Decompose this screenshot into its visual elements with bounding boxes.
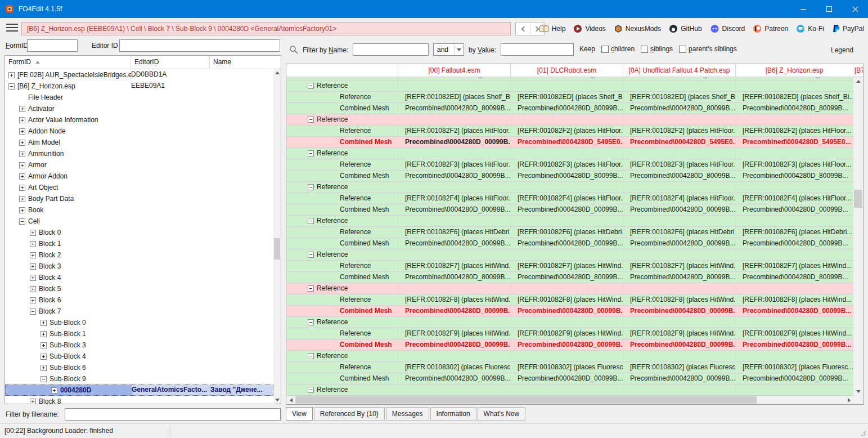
grid-row-parent[interactable]: Reference: [286, 351, 853, 362]
grid-row-parent[interactable]: Reference: [286, 182, 853, 193]
keep-children-checkbox[interactable]: children: [601, 45, 635, 53]
tree-row[interactable]: Addon Node: [5, 126, 273, 137]
collapse-icon[interactable]: [308, 117, 314, 123]
grid-row-parent[interactable]: Reference: [286, 81, 853, 92]
tree-row[interactable]: Block 6: [5, 294, 273, 306]
grid-cell[interactable]: [REFR:001082F7] (places HitWind...: [736, 261, 853, 271]
grid-cell[interactable]: Precombined\0004280D_00099B...: [511, 306, 623, 316]
filter-operator-select[interactable]: and: [433, 43, 464, 56]
grid-cell[interactable]: [398, 81, 511, 91]
grid-cell[interactable]: Precombined\0004280D_5495E0...: [511, 137, 623, 148]
formid-input[interactable]: [27, 39, 78, 52]
grid-cell[interactable]: [511, 351, 623, 361]
collapse-icon[interactable]: [308, 353, 314, 359]
tree-row[interactable]: Art Object: [5, 182, 273, 193]
tree-row[interactable]: Sub-Block 6: [5, 362, 273, 373]
grid-cell[interactable]: Precombined\0004280D_00099B...: [398, 339, 511, 350]
expand-icon[interactable]: [19, 106, 25, 112]
grid-row-mesh[interactable]: Combined MeshPrecombined\0004280D_00099B…: [286, 238, 853, 249]
grid-cell[interactable]: Precombined\0004280D_00099B...: [511, 238, 623, 249]
minimize-button[interactable]: [790, 0, 816, 18]
tree-row[interactable]: Block 7: [5, 306, 273, 317]
tree-row[interactable]: Ammunition: [5, 148, 273, 159]
grid-row-reference[interactable]: Reference[REFR:001082F8] (places HitWind…: [286, 294, 853, 306]
grid-row-parent[interactable]: Reference: [286, 385, 853, 396]
expand-icon[interactable]: [41, 342, 47, 348]
grid-cell[interactable]: [REFR:001082F4] (places HitFloor...: [623, 193, 736, 204]
grid-cell[interactable]: [623, 385, 736, 395]
grid-cell[interactable]: [398, 182, 511, 193]
expand-icon[interactable]: [19, 185, 25, 191]
grid-cell[interactable]: [REFR:001082F3] (places HitFloor...: [736, 159, 853, 170]
grid-cell[interactable]: [736, 249, 853, 260]
grid-cell[interactable]: [398, 283, 511, 294]
grid-row-reference[interactable]: Reference[REFR:001082F3] (places HitFloo…: [286, 159, 853, 171]
grid-cell[interactable]: [736, 351, 853, 361]
grid-cell[interactable]: Precombined\0004280D_00099B...: [398, 137, 511, 148]
grid-cell[interactable]: [REFR:001082F3] (places HitFloor...: [398, 159, 511, 170]
grid-cell[interactable]: [REFR:001082F7] (places HitWind...: [623, 261, 736, 271]
grid-cell[interactable]: [REFR:001082F4] (places HitFloor...: [511, 193, 623, 204]
expand-icon[interactable]: [19, 117, 25, 123]
expand-icon[interactable]: [30, 275, 36, 281]
tree-row[interactable]: Block 2: [5, 249, 273, 261]
grid-cell[interactable]: [REFR:001082F8] (places HitWind...: [398, 294, 511, 305]
expand-icon[interactable]: [19, 207, 25, 213]
grid-row-reference[interactable]: Reference[REFR:001082F4] (places HitFloo…: [286, 193, 853, 204]
collapse-icon[interactable]: [308, 252, 314, 258]
grid-cell[interactable]: [REFR:001082F8] (places HitWind...: [736, 294, 853, 305]
tree-row[interactable]: [FE 02B] AUR_SpectacleIsleBridges.espDD0…: [5, 69, 273, 81]
tree-row[interactable]: Aim Model: [5, 137, 273, 148]
grid-cell[interactable]: [REFR:001082F2] (places HitFloor...: [736, 126, 853, 136]
grid-cell[interactable]: Precombined\0004280D_00099B...: [398, 204, 511, 215]
tree-row[interactable]: Sub-Block 3: [5, 339, 273, 351]
grid-row-reference[interactable]: Reference[REFR:001082F9] (places HitWind…: [286, 328, 853, 339]
grid-cell[interactable]: [736, 114, 853, 125]
tree-row[interactable]: Block 3: [5, 261, 273, 272]
nexusmods-link[interactable]: NexusMods: [614, 24, 661, 33]
collapse-icon[interactable]: [308, 184, 314, 190]
grid-row-parent[interactable]: Reference: [286, 114, 853, 126]
grid-cell[interactable]: [REFR:001082F2] (places HitFloor...: [511, 126, 623, 136]
grid-cell[interactable]: [736, 317, 853, 328]
collapse-icon[interactable]: [308, 319, 314, 325]
keep-parents-siblings-checkbox[interactable]: parent's siblings: [679, 45, 737, 53]
grid-cell[interactable]: [REFR:001082F9] (places HitWind...: [623, 328, 736, 339]
scrollbar-thumb[interactable]: [274, 238, 280, 260]
expand-icon[interactable]: [30, 230, 36, 236]
grid-cell[interactable]: [398, 385, 511, 395]
grid-cell[interactable]: [736, 182, 853, 193]
maximize-button[interactable]: [816, 0, 842, 18]
expand-icon[interactable]: [41, 354, 47, 360]
grid-cell[interactable]: [623, 148, 736, 159]
grid-cell[interactable]: [623, 114, 736, 125]
expand-icon[interactable]: [8, 72, 15, 78]
collapse-icon[interactable]: [308, 83, 314, 89]
expand-icon[interactable]: [30, 241, 36, 247]
grid-cell[interactable]: Precombined\0004280D_80099B...: [511, 171, 623, 181]
grid-row-mesh[interactable]: Combined MeshPrecombined\0004280D_00099B…: [286, 373, 853, 385]
tree-row[interactable]: Block 0: [5, 227, 273, 238]
grid-row-reference[interactable]: Reference[REFR:001082F7] (places HitWind…: [286, 261, 853, 272]
tree-row[interactable]: Sub-Block 9: [5, 373, 273, 385]
grid-cell[interactable]: Precombined\0004280D_00099B...: [511, 204, 623, 215]
grid-cell[interactable]: [REFR:00108302] (places Fluoresc...: [736, 362, 853, 373]
tree-row[interactable]: Block 5: [5, 283, 273, 294]
grid-cell[interactable]: [511, 114, 623, 125]
grid-cell[interactable]: [511, 148, 623, 159]
tree-row[interactable]: Sub-Block 0: [5, 317, 273, 328]
collapse-icon[interactable]: [308, 285, 314, 292]
tree-row[interactable]: Activator: [5, 103, 273, 114]
grid-cell[interactable]: Precombined\0004280D_80099B...: [511, 103, 623, 114]
expand-icon[interactable]: [41, 365, 47, 371]
grid-cell[interactable]: [623, 216, 736, 226]
expand-icon[interactable]: [41, 320, 47, 326]
grid-cell[interactable]: [REFR:001082ED] (places Shelf_Bi...: [511, 92, 623, 102]
scroll-up-button[interactable]: [853, 77, 863, 86]
grid-cell[interactable]: [736, 148, 853, 159]
tree-row[interactable]: Sub-Block 1: [5, 328, 273, 339]
grid-cell[interactable]: Precombined\0004280D_00099B...: [623, 306, 736, 316]
breadcrumb[interactable]: [B6] Z_Horizon.esp (EEBE09A1) \ Cell \ B…: [21, 22, 511, 35]
expand-icon[interactable]: [19, 151, 25, 157]
grid-cell[interactable]: [REFR:001082F9] (places HitWind...: [736, 328, 853, 339]
